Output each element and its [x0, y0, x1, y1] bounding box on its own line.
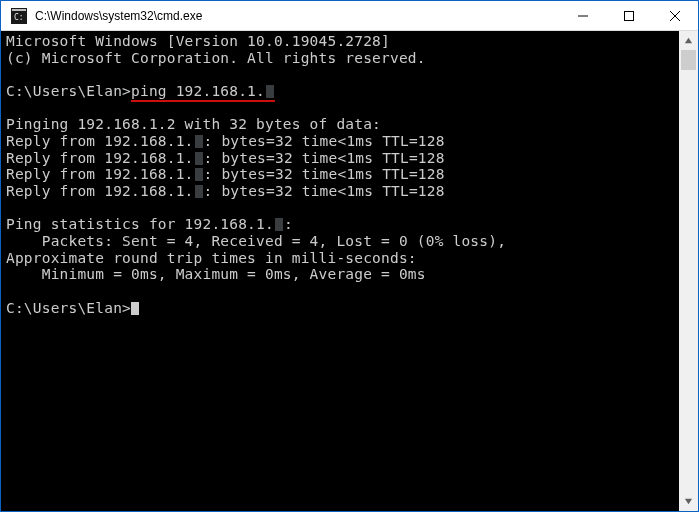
svg-rect-3	[625, 11, 634, 20]
prompt-1: C:\Users\Elan>ping 192.168.1.	[6, 83, 275, 99]
reply-line: Reply from 192.168.1.: bytes=32 time<1ms…	[6, 183, 445, 199]
cmd-icon: C:	[9, 6, 29, 26]
scrollbar-track[interactable]	[679, 50, 698, 492]
banner-line-2: (c) Microsoft Corporation. All rights re…	[6, 50, 426, 66]
redacted-octet	[195, 152, 203, 165]
redacted-octet	[195, 168, 203, 181]
reply-line: Reply from 192.168.1.: bytes=32 time<1ms…	[6, 150, 445, 166]
rtt-header: Approximate round trip times in milli-se…	[6, 250, 417, 266]
redacted-octet	[275, 218, 283, 231]
vertical-scrollbar[interactable]	[679, 31, 698, 511]
cursor	[131, 302, 139, 315]
svg-text:C:: C:	[14, 13, 24, 22]
redacted-octet	[195, 185, 203, 198]
stats-header: Ping statistics for 192.168.1.:	[6, 216, 293, 232]
cmd-window: C: C:\Windows\system32\cmd.exe Microsoft…	[0, 0, 699, 512]
rtt-line: Minimum = 0ms, Maximum = 0ms, Average = …	[6, 266, 426, 282]
redacted-octet	[195, 135, 203, 148]
scrollbar-thumb[interactable]	[681, 50, 696, 70]
scroll-up-button[interactable]	[679, 31, 698, 50]
maximize-button[interactable]	[606, 1, 652, 31]
close-button[interactable]	[652, 1, 698, 31]
terminal-output[interactable]: Microsoft Windows [Version 10.0.19045.27…	[1, 31, 679, 511]
window-title: C:\Windows\system32\cmd.exe	[35, 9, 202, 23]
terminal-area: Microsoft Windows [Version 10.0.19045.27…	[1, 31, 698, 511]
minimize-button[interactable]	[560, 1, 606, 31]
redacted-octet	[266, 85, 274, 98]
packets-line: Packets: Sent = 4, Received = 4, Lost = …	[6, 233, 506, 249]
title-bar[interactable]: C: C:\Windows\system32\cmd.exe	[1, 1, 698, 31]
pinging-line: Pinging 192.168.1.2 with 32 bytes of dat…	[6, 116, 381, 132]
reply-line: Reply from 192.168.1.: bytes=32 time<1ms…	[6, 133, 445, 149]
scroll-down-button[interactable]	[679, 492, 698, 511]
reply-line: Reply from 192.168.1.: bytes=32 time<1ms…	[6, 166, 445, 182]
svg-rect-1	[12, 9, 26, 11]
banner-line-1: Microsoft Windows [Version 10.0.19045.27…	[6, 33, 390, 49]
ping-command: ping 192.168.1.	[131, 83, 275, 102]
prompt-2: C:\Users\Elan>	[6, 300, 139, 316]
